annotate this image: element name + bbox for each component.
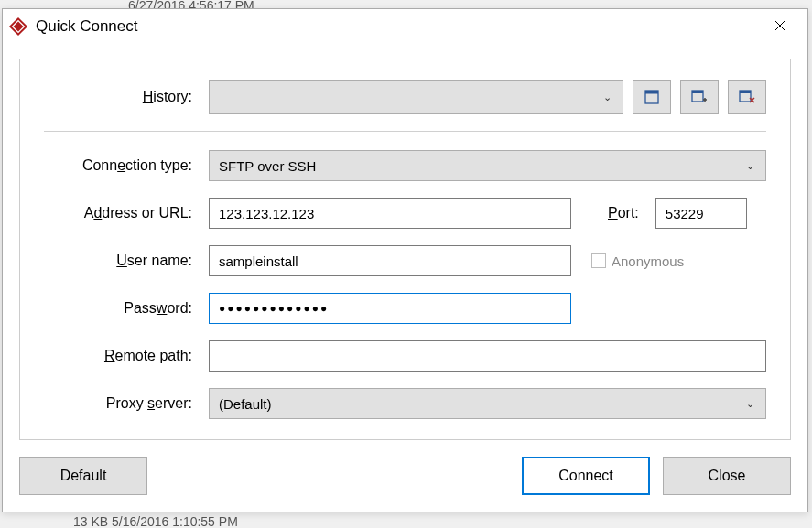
port-label: Port: (608, 205, 639, 221)
close-button[interactable]: Close (663, 457, 791, 495)
background-text-bottom: 13 KB 5/16/2016 1:10:55 PM (73, 514, 238, 528)
username-input[interactable] (209, 245, 571, 276)
svg-rect-8 (692, 91, 703, 93)
button-row: Default Connect Close (19, 457, 791, 495)
quick-connect-dialog: Quick Connect History: ⌄ (2, 8, 808, 512)
titlebar: Quick Connect (3, 9, 807, 44)
password-input[interactable]: ●●●●●●●●●●●●● (209, 293, 571, 324)
proxy-label: Proxy server: (44, 395, 209, 412)
address-input[interactable] (209, 198, 571, 229)
chevron-down-icon: ⌄ (746, 398, 754, 410)
username-label: User name: (44, 253, 209, 269)
chevron-down-icon: ⌄ (603, 92, 612, 103)
divider (44, 131, 766, 132)
svg-rect-6 (645, 91, 658, 94)
dialog-title: Quick Connect (36, 17, 138, 36)
proxy-dropdown[interactable]: (Default) ⌄ (209, 388, 766, 419)
history-add-button[interactable] (680, 80, 719, 114)
app-icon (8, 16, 28, 37)
port-input[interactable] (655, 198, 747, 229)
anonymous-checkbox-wrap: Anonymous (591, 253, 684, 269)
default-button[interactable]: Default (19, 457, 147, 495)
anonymous-label: Anonymous (612, 253, 684, 269)
history-label: History: (44, 89, 209, 105)
form-panel: History: ⌄ (19, 59, 791, 440)
address-label: Address or URL: (44, 205, 209, 221)
connect-button[interactable]: Connect (522, 457, 650, 495)
anonymous-checkbox[interactable] (591, 253, 606, 268)
remote-path-input[interactable] (209, 340, 766, 372)
connection-type-label: Connection type: (44, 157, 209, 174)
remote-path-label: Remote path: (44, 348, 209, 364)
chevron-down-icon: ⌄ (746, 160, 754, 172)
close-icon[interactable] (760, 13, 800, 40)
history-open-button[interactable] (633, 80, 671, 114)
history-dropdown[interactable]: ⌄ (209, 80, 623, 114)
password-label: Password: (44, 300, 209, 317)
history-remove-button[interactable] (728, 80, 766, 114)
connection-type-dropdown[interactable]: SFTP over SSH ⌄ (209, 150, 766, 181)
svg-rect-12 (740, 91, 751, 93)
